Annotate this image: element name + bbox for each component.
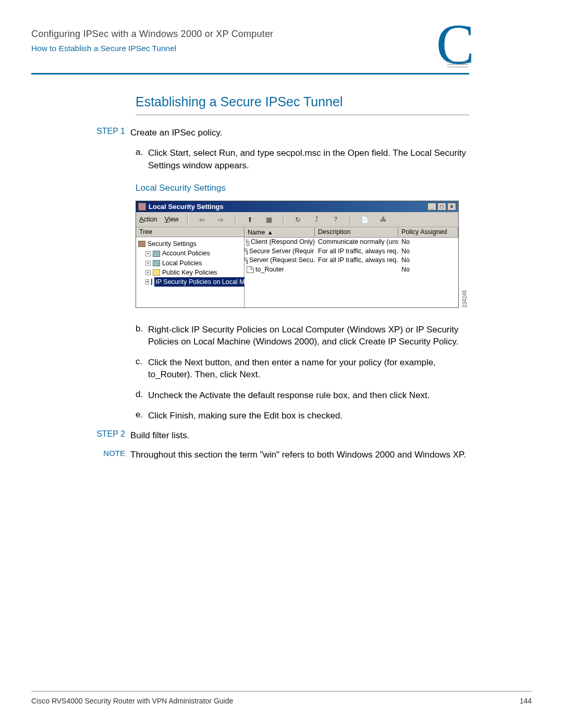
col-policy-assigned[interactable]: Policy Assigned: [398, 227, 458, 237]
policy-icon: [247, 239, 249, 246]
list-item[interactable]: Secure Server (Requir… For all IP traffi…: [244, 247, 458, 256]
refresh-button[interactable]: ↻: [292, 214, 304, 225]
ipsec-icon: [151, 279, 152, 285]
step1c-label: c.: [136, 356, 148, 381]
expand-icon[interactable]: +: [145, 279, 149, 285]
note-label: NOTE: [90, 449, 130, 461]
tree-public-key-policies[interactable]: +Public Key Policies: [138, 268, 243, 277]
maximize-button[interactable]: □: [437, 203, 446, 211]
tree-local-policies[interactable]: +Local Policies: [138, 258, 243, 268]
up-button[interactable]: ⬆: [244, 214, 256, 225]
folder-icon: [153, 260, 160, 266]
footer-doc-title: Cisco RVS4000 Security Router with VPN A…: [31, 697, 233, 705]
window-title: Local Security Settings: [149, 203, 224, 211]
note-text: Throughout this section the term "win" r…: [130, 449, 466, 461]
menubar: Action View ⇦ ⇨ ⬆ ▦ ↻ ⤴ ? 📄 🖧: [136, 212, 458, 227]
separator: [235, 214, 236, 225]
tree-account-policies[interactable]: +Account Policies: [138, 249, 243, 258]
tree-header: Tree: [136, 227, 244, 237]
policy-icon: [247, 266, 254, 273]
folder-icon: [153, 251, 160, 257]
step1b-text: Right-click IP Security Policies on Loca…: [148, 324, 469, 348]
list-pane: Name ▴ Description Policy Assigned Clien…: [244, 227, 458, 307]
step1c-text: Click the Next button, and then enter a …: [148, 356, 469, 381]
back-button[interactable]: ⇦: [197, 214, 208, 225]
step1d-label: d.: [136, 389, 148, 401]
close-button[interactable]: ×: [447, 203, 456, 211]
forward-button[interactable]: ⇨: [215, 214, 227, 225]
col-description[interactable]: Description: [315, 227, 398, 237]
show-hide-button[interactable]: ▦: [263, 214, 275, 225]
image-id: 234248: [462, 290, 468, 307]
export-button[interactable]: ⤴: [311, 214, 323, 225]
expand-icon[interactable]: +: [145, 270, 151, 275]
header-rule: [31, 73, 469, 75]
tree-ip-security-policies[interactable]: +IP Security Policies on Local Machine: [138, 277, 243, 287]
menu-view[interactable]: View: [165, 216, 179, 223]
local-security-settings-window: 234248 Local Security Settings _ □ × Act…: [136, 201, 459, 308]
step2-label: STEP 2: [90, 429, 130, 441]
step1-text: Create an IPSec policy.: [130, 127, 222, 139]
policy-icon: [247, 257, 248, 264]
menu-action[interactable]: Action: [139, 216, 157, 223]
folder-icon: [153, 269, 160, 276]
list-item[interactable]: Server (Request Secu… For all IP traffic…: [244, 256, 458, 265]
window-titlebar[interactable]: Local Security Settings _ □ ×: [136, 201, 458, 212]
footer-page-number: 144: [520, 697, 532, 705]
step2-text: Build filter lists.: [130, 429, 189, 441]
minimize-button[interactable]: _: [427, 203, 436, 211]
help-button[interactable]: ?: [330, 214, 341, 225]
app-icon: [138, 203, 146, 211]
expand-icon[interactable]: +: [145, 261, 151, 266]
separator: [187, 214, 188, 225]
step1d-text: Uncheck the Activate the default respons…: [148, 389, 430, 401]
expand-icon[interactable]: +: [145, 251, 151, 256]
separator: [283, 214, 284, 225]
decor-lines: [447, 61, 468, 69]
step1-label: STEP 1: [90, 127, 130, 139]
separator: [350, 214, 351, 225]
section-title: Establishing a Secure IPSec Tunnel: [136, 94, 469, 109]
list-item[interactable]: to_Router No: [244, 265, 458, 275]
step1b-label: b.: [136, 324, 148, 348]
security-settings-icon: [138, 241, 145, 247]
step1e-label: e.: [136, 410, 148, 422]
step1a-label: a.: [136, 147, 148, 171]
list-item[interactable]: Client (Respond Only) Communicate normal…: [244, 238, 458, 247]
section-rule: [136, 115, 469, 115]
step1a-text: Click Start, select Run, and type secpol…: [148, 147, 469, 171]
new-policy-icon[interactable]: 📄: [359, 214, 371, 225]
tree-root[interactable]: Security Settings: [138, 239, 243, 249]
figure-caption: Local Security Settings: [136, 183, 469, 193]
col-name[interactable]: Name ▴: [244, 227, 315, 237]
list-header: Name ▴ Description Policy Assigned: [244, 227, 458, 238]
policy-icon: [247, 248, 248, 255]
page-footer: Cisco RVS4000 Security Router with VPN A…: [31, 691, 532, 705]
step1e-text: Click Finish, making sure the Edit box i…: [148, 410, 342, 422]
tree-pane: Tree Security Settings +Account Policies…: [136, 227, 244, 307]
assign-icon[interactable]: 🖧: [378, 214, 389, 225]
